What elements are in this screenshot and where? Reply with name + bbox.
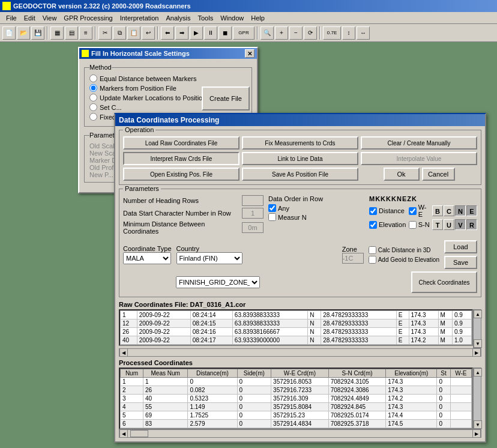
raw-scrollbar-h[interactable]: ◀ ▶ [119, 348, 481, 357]
create-file-button[interactable]: Create File [202, 86, 250, 110]
toolbar-btn12[interactable]: ➡ [175, 26, 188, 40]
raw-table-cell: 63.93339000000 [232, 336, 308, 345]
data-start-input[interactable] [242, 208, 264, 219]
check-coordinates-button[interactable]: Check Coordinates [411, 271, 477, 293]
menu-analysis[interactable]: Analysis [163, 13, 194, 23]
raw-table-cell: 0.9 [452, 311, 471, 319]
proc-scroll-down[interactable]: ▼ [474, 420, 482, 429]
calc-distance-checkbox[interactable] [369, 246, 376, 254]
btn-r[interactable]: R [466, 219, 477, 230]
proc-scroll-up[interactable]: ▲ [474, 368, 482, 377]
we-checkbox[interactable] [409, 207, 417, 215]
measur-checkbox[interactable] [268, 213, 276, 221]
interpolate-button[interactable]: Interpolate Value [361, 152, 477, 165]
toolbar-btn21[interactable]: 0.7E [323, 26, 341, 40]
btn-e[interactable]: E [466, 205, 477, 216]
proc-scroll-right[interactable]: ▶ [472, 429, 481, 438]
toolbar-btn4[interactable]: ▦ [50, 26, 64, 40]
radio-fixed-input[interactable] [89, 113, 97, 121]
toolbar-gpr[interactable]: GPR [233, 26, 255, 40]
country-select[interactable]: Finland (FIN) [176, 252, 242, 264]
btn-c[interactable]: C [444, 205, 454, 216]
toolbar-btn14[interactable]: ⏸ [204, 26, 217, 40]
coord-type-select[interactable]: MALA [123, 252, 171, 264]
toolbar-btn17[interactable]: 🔍 [261, 26, 274, 40]
radio-update-input[interactable] [89, 94, 97, 101]
proc-scrollbar-v[interactable]: ▲ ▼ [473, 368, 481, 429]
toolbar-btn18[interactable]: + [275, 26, 288, 40]
menu-help[interactable]: Help [247, 13, 268, 23]
toolbar-btn22[interactable]: ↕ [342, 26, 355, 40]
load-button[interactable]: Load [444, 240, 477, 253]
any-checkbox[interactable] [268, 204, 276, 212]
radio-setc-input[interactable] [89, 103, 97, 111]
distance-checkbox[interactable] [369, 207, 377, 215]
ok-button[interactable]: Ok [384, 168, 420, 181]
toolbar-paste[interactable]: 📋 [127, 26, 140, 40]
proc-scroll-left[interactable]: ◀ [119, 429, 128, 438]
toolbar-new[interactable]: 📄 [2, 26, 16, 40]
raw-scroll-right[interactable]: ▶ [472, 348, 481, 357]
clear-create-button[interactable]: Clear / Create Manually [361, 136, 477, 150]
toolbar-btn11[interactable]: ⬅ [161, 26, 174, 40]
interpret-raw-button[interactable]: Interpret Raw Crds File [123, 152, 239, 165]
proc-table-container[interactable]: NumMeas NumDistance(m)Side(m)W-E Crd(m)S… [119, 368, 473, 429]
min-distance-input[interactable] [242, 222, 264, 233]
save-button[interactable]: Save [444, 256, 477, 269]
toolbar-btn6[interactable]: ≡ [79, 26, 92, 40]
elevation-checkbox[interactable] [369, 221, 377, 229]
btn-u[interactable]: U [444, 219, 454, 230]
save-as-button[interactable]: Save As Position File [242, 168, 358, 181]
fill-dialog-close[interactable]: ✕ [245, 49, 255, 58]
raw-table-container[interactable]: 12009-09-2208:24:1463.83938833333N28.478… [119, 309, 473, 346]
raw-table-cell: E [396, 311, 409, 319]
radio-equal-distance[interactable]: Equal Distance between Markers [89, 74, 247, 82]
proc-htrack [129, 430, 471, 437]
radio-markers-input[interactable] [89, 84, 97, 92]
btn-n[interactable]: N [455, 205, 466, 216]
btn-t[interactable]: T [432, 219, 443, 230]
raw-scroll-down[interactable]: ▼ [474, 339, 482, 348]
menu-gpr[interactable]: GPR Processing [60, 13, 116, 23]
load-raw-button[interactable]: Load Raw Coordinates File [123, 136, 239, 150]
proc-scrollbar-h[interactable]: ◀ ▶ [119, 429, 481, 438]
toolbar-open[interactable]: 📂 [17, 26, 30, 40]
menu-tools[interactable]: Tools [194, 13, 217, 23]
toolbar-btn20[interactable]: ⟳ [304, 26, 317, 40]
toolbar-btn10[interactable]: ↩ [142, 26, 155, 40]
toolbar-save[interactable]: 💾 [31, 26, 44, 40]
btn-b[interactable]: B [432, 205, 443, 216]
menu-window[interactable]: Window [217, 13, 247, 23]
projection-select[interactable]: FINNISH_GRID_ZONE_3 (11) [176, 276, 260, 288]
fix-measurements-button[interactable]: Fix Measurements to Crds [242, 136, 358, 150]
menu-interpretation[interactable]: Interpretation [116, 13, 163, 23]
raw-scroll-up[interactable]: ▲ [474, 310, 482, 318]
toolbar-btn13[interactable]: ▶ [190, 26, 203, 40]
toolbar-btn15[interactable]: ◼ [218, 26, 232, 40]
link-line-button[interactable]: Link to Line Data [242, 152, 358, 165]
raw-scroll-left[interactable]: ◀ [119, 348, 128, 357]
menu-edit[interactable]: Edit [20, 13, 39, 23]
raw-scrollbar-v[interactable]: ▲ ▼ [473, 309, 481, 348]
sn-checkbox[interactable] [409, 221, 417, 229]
menu-view[interactable]: View [39, 13, 61, 23]
open-existing-button[interactable]: Open Existing Pos. File [123, 168, 239, 181]
add-geoid-checkbox[interactable] [369, 256, 376, 264]
menu-file[interactable]: File [2, 13, 20, 23]
proc-table-cell: 7082924.3086 [328, 386, 386, 395]
toolbar-btn19[interactable]: − [289, 26, 303, 40]
radio-equal-distance-input[interactable] [89, 74, 97, 82]
toolbar-copy[interactable]: ⧉ [113, 26, 126, 40]
proc-table-cell: 26 [143, 386, 188, 395]
proc-table-header: Num [121, 369, 143, 378]
num-heading-input[interactable] [242, 195, 264, 206]
btn-v[interactable]: V [455, 219, 466, 230]
num-heading-row: Number of Heading Rows [123, 195, 264, 206]
proc-table-cell: 1.7525 [188, 411, 237, 420]
parameters-group: Parameters Number of Heading Rows Data S… [119, 189, 481, 297]
toolbar-btn5[interactable]: ▤ [65, 26, 78, 40]
toolbar-btn23[interactable]: ↔ [357, 26, 370, 40]
cancel-button[interactable]: Cancel [422, 168, 455, 181]
zone-input[interactable] [342, 253, 364, 264]
toolbar-cut[interactable]: ✂ [98, 26, 112, 40]
